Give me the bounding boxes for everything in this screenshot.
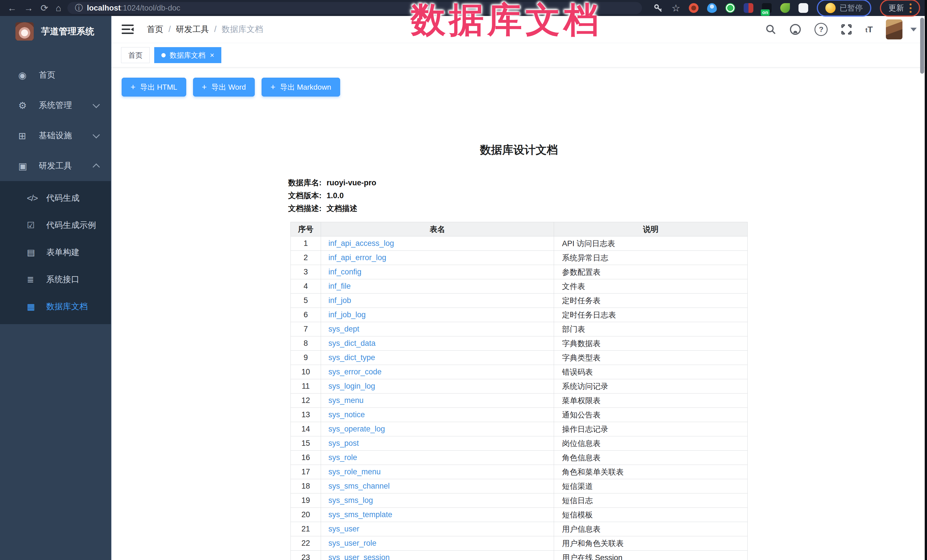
sidebar-menu-item[interactable]: ◉ 首页 <box>0 60 111 90</box>
update-annotation[interactable]: 更新 <box>880 0 920 17</box>
table-name-link[interactable]: sys_login_log <box>328 382 375 390</box>
export-button[interactable]: + 导出 HTML <box>122 78 186 97</box>
row-number: 6 <box>291 308 321 322</box>
chevron-down-icon[interactable] <box>910 28 917 32</box>
extension-icon[interactable] <box>780 3 790 13</box>
table-name-link[interactable]: sys_menu <box>328 396 363 405</box>
emoji-extension-icon[interactable] <box>825 3 836 13</box>
sidebar-menu-item[interactable]: ⚙ 系统管理 <box>0 90 111 120</box>
page-tag[interactable]: 首页 <box>121 47 150 63</box>
table-name-link[interactable]: inf_api_error_log <box>328 253 386 262</box>
table-description: 文件表 <box>554 279 748 294</box>
table-name-link[interactable]: sys_role_menu <box>328 467 381 476</box>
sidebar-submenu-item[interactable]: </> 代码生成 <box>0 185 111 212</box>
meta-line: 文档版本: 1.0.0 <box>288 189 748 202</box>
table-name-link[interactable]: sys_user_session <box>328 553 390 560</box>
table-name-link[interactable]: sys_user_role <box>328 539 376 548</box>
table-name-link[interactable]: sys_notice <box>328 410 365 419</box>
extension-icon[interactable] <box>744 3 753 13</box>
table-name-link[interactable]: inf_file <box>328 282 351 290</box>
app-header: 首页 研发工具 数据库文档 ? tT <box>111 16 927 43</box>
meta-value: 文档描述 <box>327 204 357 213</box>
table-name-link[interactable]: sys_dict_data <box>328 339 375 348</box>
sidebar-submenu-item[interactable]: ▤ 表单构建 <box>0 239 111 266</box>
sidebar-menu-item[interactable]: ▣ 研发工具 <box>0 151 111 181</box>
table-description: 错误码表 <box>554 365 748 379</box>
extension-icon[interactable] <box>707 3 717 13</box>
row-number: 21 <box>291 522 321 536</box>
sidebar-menu-item[interactable]: ⊞ 基础设施 <box>0 120 111 151</box>
browser-reload-icon[interactable]: ⟳ <box>41 0 48 16</box>
address-bar[interactable]: ⓘ localhost:1024/tool/db-doc <box>67 2 642 14</box>
table-name-link[interactable]: inf_api_access_log <box>328 239 394 247</box>
browser-back-icon[interactable]: ← <box>8 0 17 16</box>
submenu-item-icon: </> <box>27 193 46 203</box>
export-button[interactable]: + 导出 Markdown <box>261 78 340 97</box>
row-number: 7 <box>291 322 321 336</box>
table-name-link[interactable]: inf_job_log <box>328 310 366 319</box>
scrollbar-thumb[interactable] <box>920 18 924 74</box>
user-avatar[interactable] <box>886 20 903 39</box>
extension-icon[interactable] <box>725 3 735 13</box>
app-logo-image <box>15 22 34 41</box>
tag-label: 数据库文档 <box>170 50 205 60</box>
table-description: 用户信息表 <box>554 522 748 536</box>
table-description: 系统异常日志 <box>554 251 748 265</box>
browser-update-button[interactable]: 更新 <box>889 3 904 13</box>
menu-item-label: 系统管理 <box>39 100 94 111</box>
tag-close-icon[interactable]: × <box>210 52 214 59</box>
breadcrumb-item[interactable]: 研发工具 <box>176 24 222 35</box>
plus-icon: + <box>131 83 136 91</box>
table-name-link[interactable]: inf_config <box>328 267 362 276</box>
table-name-link[interactable]: sys_sms_channel <box>328 482 390 490</box>
table-row: 16 sys_role 角色信息表 <box>291 451 748 465</box>
paused-extension-annotation[interactable]: 已暂停 <box>817 0 871 17</box>
extension-puzzle-icon[interactable] <box>798 3 808 13</box>
browser-forward-icon[interactable]: → <box>24 0 33 16</box>
table-name-link[interactable]: sys_dict_type <box>328 353 375 362</box>
row-number: 14 <box>291 422 321 436</box>
table-name-link[interactable]: sys_operate_log <box>328 425 385 433</box>
sidebar-submenu-item[interactable]: ☑ 代码生成示例 <box>0 212 111 239</box>
plus-icon: + <box>202 83 207 91</box>
extension-icon[interactable]: on <box>762 3 772 13</box>
breadcrumb-item[interactable]: 首页 <box>147 24 176 35</box>
table-description: 短信渠道 <box>554 479 748 493</box>
help-icon[interactable]: ? <box>815 23 828 36</box>
row-number: 4 <box>291 279 321 294</box>
app-logo-row[interactable]: 芋道管理系统 <box>0 16 111 47</box>
browser-menu-icon[interactable] <box>910 3 912 13</box>
table-name-link[interactable]: sys_role <box>328 453 357 462</box>
sidebar-submenu-item[interactable]: ▦ 数据库文档 <box>0 293 111 320</box>
table-name-link[interactable]: sys_sms_template <box>328 510 392 519</box>
bookmark-star-icon[interactable]: ☆ <box>672 2 680 14</box>
table-row: 6 inf_job_log 定时任务日志表 <box>291 308 748 322</box>
export-button[interactable]: + 导出 Word <box>193 78 255 97</box>
extension-icon[interactable] <box>689 3 699 13</box>
table-name-link[interactable]: sys_post <box>328 439 359 448</box>
table-name-link[interactable]: sys_sms_log <box>328 496 373 505</box>
meta-label: 文档版本: <box>288 191 322 200</box>
font-size-icon[interactable]: tT <box>865 24 873 34</box>
submenu-item-label: 系统接口 <box>46 274 79 285</box>
table-description: 定时任务日志表 <box>554 308 748 322</box>
meta-value: 1.0.0 <box>327 191 344 200</box>
github-icon[interactable] <box>789 23 801 35</box>
page-info-icon[interactable]: ⓘ <box>75 3 83 14</box>
page-tag[interactable]: 数据库文档 × <box>154 47 221 63</box>
table-name-link[interactable]: sys_dept <box>328 325 359 333</box>
table-name-link[interactable]: sys_user <box>328 525 359 533</box>
table-description: 定时任务表 <box>554 294 748 308</box>
menu-item-icon: ⊞ <box>18 130 39 141</box>
search-icon[interactable] <box>765 24 776 35</box>
fullscreen-icon[interactable] <box>841 24 852 35</box>
table-name-link[interactable]: sys_error_code <box>328 367 381 376</box>
browser-home-icon[interactable]: ⌂ <box>56 0 61 16</box>
table-name-link[interactable]: inf_job <box>328 296 351 305</box>
row-number: 9 <box>291 351 321 365</box>
breadcrumb: 首页 研发工具 数据库文档 <box>147 24 263 35</box>
sidebar-toggle-icon[interactable] <box>122 24 134 34</box>
breadcrumb-item[interactable]: 数据库文档 <box>222 24 263 35</box>
password-key-icon[interactable] <box>653 3 663 13</box>
sidebar-submenu-item[interactable]: ≣ 系统接口 <box>0 266 111 293</box>
